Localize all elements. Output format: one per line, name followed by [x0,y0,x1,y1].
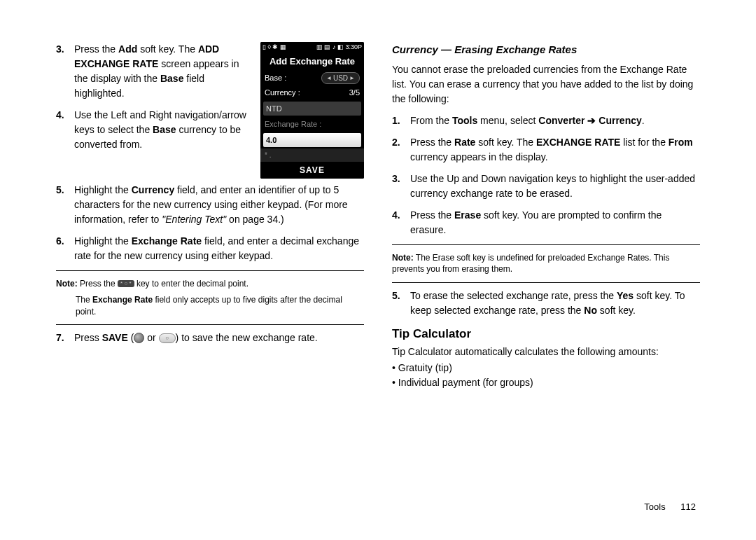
currency-label: Currency : [265,87,300,99]
phone-bottom-row: * . [260,148,364,162]
step7-or: or [144,332,158,343]
step7-part-a: Press SAVE ( [74,332,134,343]
step-5: 5.Highlight the Currency field, and ente… [56,183,364,227]
step-3: 3.Press the Add soft key. The ADD EXCHAN… [56,42,253,101]
currency-input-box: NTD [263,102,361,116]
note-text-b: key to enter the decimal point. [136,279,248,289]
step-7: 7. Press SAVE ( or ○) to save the new ex… [56,331,364,345]
exchange-rate-label: Exchange Rate : [260,117,364,132]
ok-key-icon [134,333,144,343]
chevron-right-icon: ► [349,74,355,83]
phone-screenshot-wrapper: ▯ ◊ ✱ ▦ ▥ ▤ ♪ ◧ 3:30P Add Exchange Rate … [260,42,364,179]
phone-row-base: Base : ◄USD► [260,71,364,85]
step-2: 2.Press the Rate soft key. The EXCHANGE … [392,135,700,165]
step-6: 6.Highlight the Exchange Rate field, and… [56,234,364,263]
step-body: Press SAVE ( or ○) to save the new excha… [74,331,364,345]
footer-section: Tools [644,501,665,512]
step-number: 5. [56,183,74,227]
step-body: Press the Add soft key. The ADD EXCHANGE… [74,42,253,101]
chevron-left-icon: ◄ [326,74,332,83]
step-number: 3. [392,172,410,201]
exchange-rate-value: 4.0 [263,133,361,148]
divider [392,244,700,245]
step-body: Use the Left and Right navigation/arrow … [74,108,253,152]
step-number: 3. [56,42,74,101]
ok-rounded-key-icon: ○ [159,333,176,343]
step-number: 2. [392,135,410,165]
bullet-individual: Individual payment (for groups) [392,375,700,390]
note-text-a: Press the [80,279,115,289]
phone-status-bar: ▯ ◊ ✱ ▦ ▥ ▤ ♪ ◧ 3:30P [260,42,364,53]
status-icons-left: ▯ ◊ ✱ ▦ [262,43,286,53]
right-step5-list: 5.To erase the selected exchange rate, p… [392,289,700,318]
step-body: From the Tools menu, select Converter ➔ … [410,113,700,128]
left-column: ▯ ◊ ✱ ▦ ▥ ▤ ♪ ◧ 3:30P Add Exchange Rate … [56,42,364,512]
divider [56,270,364,271]
note-label: Note: [56,279,78,289]
note-line-2: The Exchange Rate field only accepts up … [56,294,364,318]
step-number: 4. [392,208,410,237]
subheading-erasing: Currency — Erasing Exchange Rates [392,42,700,58]
right-steps-list: 1.From the Tools menu, select Converter … [392,113,700,237]
step7-part-b: ) to save the new exchange rate. [176,332,318,343]
base-value-pill: ◄USD► [321,72,360,84]
star-key-icon: * ○ * [118,280,134,287]
step-body: Press the Erase soft key. You are prompt… [410,208,700,237]
tip-intro: Tip Calculator automatically calculates … [392,345,700,359]
base-label: Base : [265,72,286,84]
step-body: To erase the selected exchange rate, pre… [410,289,700,318]
step-4r: 4.Press the Erase soft key. You are prom… [392,208,700,237]
step-number: 5. [392,289,410,318]
step-body: Highlight the Currency field, and enter … [74,183,364,227]
base-value: USD [333,73,348,83]
step-body: Highlight the Exchange Rate field, and e… [74,234,364,263]
note-label: Note: [392,253,414,263]
status-icons-right: ▥ ▤ ♪ ◧ 3:30P [316,43,362,53]
note-block-1: Note: Press the * ○ * key to enter the d… [56,277,364,319]
step-3r: 3.Use the Up and Down navigation keys to… [392,172,700,201]
page-footer: Tools 112 [644,500,696,514]
step-5r: 5.To erase the selected exchange rate, p… [392,289,700,318]
divider [392,282,700,283]
divider [56,324,364,325]
step-number: 4. [56,108,74,152]
bullet-gratuity: Gratuity (tip) [392,361,700,375]
step-number: 1. [392,113,410,128]
step-number: 7. [56,331,74,345]
phone-screen-title: Add Exchange Rate [260,53,364,71]
phone-screenshot: ▯ ◊ ✱ ▦ ▥ ▤ ♪ ◧ 3:30P Add Exchange Rate … [260,42,364,179]
phone-row-currency: Currency : 3/5 [260,85,364,100]
heading-tip-calculator: Tip Calculator [392,325,700,343]
step-4: 4.Use the Left and Right navigation/arro… [56,108,253,152]
note-text: The Erase soft key is undefined for prel… [392,253,669,275]
step-number: 6. [56,234,74,263]
footer-page-number: 112 [680,501,696,512]
currency-counter: 3/5 [349,87,360,99]
note-block-2: Note: The Erase soft key is undefined fo… [392,251,700,277]
left-step7-list: 7. Press SAVE ( or ○) to save the new ex… [56,331,364,345]
step-body: Press the Rate soft key. The EXCHANGE RA… [410,135,700,165]
right-column: Currency — Erasing Exchange Rates You ca… [392,42,700,512]
step-body: Use the Up and Down navigation keys to h… [410,172,700,201]
tip-bullets: Gratuity (tip) Individual payment (for g… [392,361,700,390]
erasing-intro: You cannot erase the preloaded currencie… [392,62,700,106]
phone-save-softkey: SAVE [260,162,364,179]
manual-page: ▯ ◊ ✱ ▦ ▥ ▤ ♪ ◧ 3:30P Add Exchange Rate … [0,0,756,540]
step-1: 1.From the Tools menu, select Converter … [392,113,700,128]
